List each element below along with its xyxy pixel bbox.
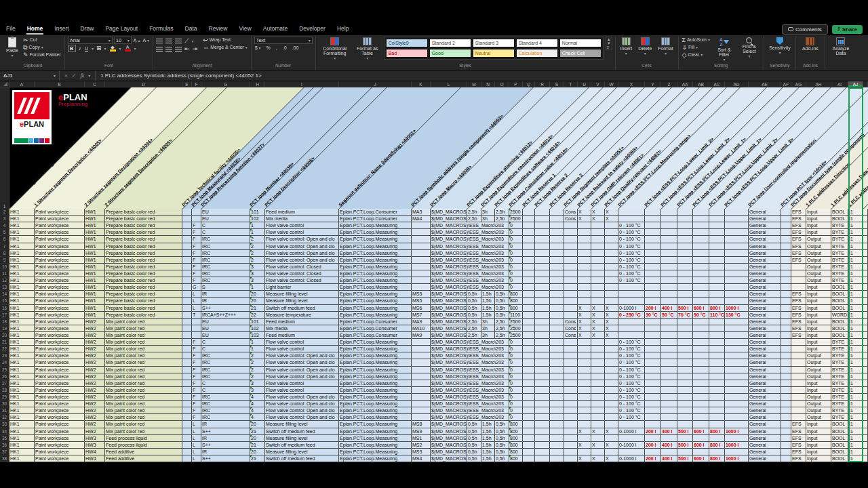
cell-Q12[interactable] — [523, 277, 535, 284]
cell-R28[interactable] — [535, 387, 550, 394]
cell-U27[interactable] — [578, 380, 591, 387]
cell-B12[interactable]: Paint workpiece — [35, 277, 85, 284]
cell-AD38[interactable]: 1000 l — [725, 455, 749, 462]
cell-AD3[interactable] — [725, 216, 749, 222]
cell-R19[interactable] — [535, 325, 550, 332]
cell-AD20[interactable] — [725, 332, 749, 339]
cell-AI31[interactable]: BYTE — [831, 407, 848, 414]
cell-AD23[interactable] — [725, 352, 749, 359]
cell-Y32[interactable] — [645, 414, 661, 421]
cell-S7[interactable] — [550, 243, 564, 250]
cell-AC38[interactable]: 800 l — [709, 455, 725, 462]
cell-T15[interactable] — [564, 298, 578, 304]
column-header-AC[interactable]: AC — [709, 81, 725, 87]
cell-Q37[interactable] — [523, 449, 535, 455]
cell-AH10[interactable]: Output — [806, 264, 831, 270]
cell-AF17[interactable] — [781, 312, 791, 319]
cell-AE26[interactable]: General — [749, 373, 781, 380]
cell-Z28[interactable] — [661, 387, 677, 394]
cell-R3[interactable] — [535, 216, 550, 222]
cell-L32[interactable]: $(MD_MACROS)\ESS_Macro\203 — [431, 414, 509, 421]
cell-AG31[interactable] — [791, 407, 806, 414]
cell-H31[interactable]: 4 — [250, 407, 265, 414]
cell-AB18[interactable] — [693, 319, 709, 325]
cell-R26[interactable] — [535, 373, 550, 380]
cell-F17[interactable]: T — [192, 312, 201, 319]
cell-F37[interactable]: L — [192, 449, 201, 455]
cell-K3[interactable]: MA4 — [412, 216, 431, 222]
cell-C24[interactable]: HW2 — [85, 359, 105, 366]
cell-I30[interactable]: Flow valve control: Open and clo — [265, 401, 339, 407]
cell-C28[interactable]: HW2 — [85, 387, 105, 394]
cell-P3[interactable]: 2500 — [509, 216, 523, 222]
cell-AE14[interactable]: General — [749, 291, 781, 298]
cell-AD18[interactable] — [725, 319, 749, 325]
cell-X21[interactable]: 0 - 100 °C — [618, 339, 645, 346]
cell-G30[interactable]: IRC — [201, 401, 250, 407]
cell-partial-23[interactable] — [863, 352, 868, 359]
cell-AG30[interactable] — [791, 401, 806, 407]
cell-E32[interactable] — [182, 414, 192, 421]
cell-AB31[interactable] — [693, 407, 709, 414]
cell-AD7[interactable] — [725, 243, 749, 250]
cell-W19[interactable]: X — [605, 325, 618, 332]
cell-F16[interactable]: L — [192, 305, 201, 312]
cell-A38[interactable]: HK1 — [9, 455, 35, 462]
cell-A27[interactable]: HK1 — [9, 380, 35, 387]
cell-A33[interactable]: HK1 — [9, 421, 35, 428]
cell-AC26[interactable] — [709, 373, 725, 380]
cell-X22[interactable]: 0 - 100 °C — [618, 346, 645, 352]
cell-Q7[interactable] — [523, 243, 535, 250]
row-number-33[interactable]: 33 — [0, 421, 9, 428]
cell-partial-29[interactable] — [863, 394, 868, 401]
cut-button[interactable]: ✂Cut — [22, 37, 62, 43]
cell-R35[interactable] — [535, 435, 550, 442]
cell-D6[interactable]: Prepare basic color red — [105, 236, 182, 243]
cell-R37[interactable] — [535, 449, 550, 455]
insert-cells-button[interactable]: Insert▾ — [618, 37, 635, 57]
cell-AA32[interactable] — [677, 414, 693, 421]
row-number-7[interactable]: 7 — [0, 243, 9, 250]
cell-AA37[interactable] — [677, 449, 693, 455]
cell-Z20[interactable] — [661, 332, 677, 339]
cell-N35[interactable]: 1,5h — [481, 435, 495, 442]
cell-J35[interactable]: Eplan.PCT.Loop.Measuring — [339, 435, 412, 442]
cell-style-standard-3[interactable]: Standard 3 — [473, 39, 515, 47]
cell-AH26[interactable]: Output — [806, 373, 831, 380]
cell-H13[interactable]: 1 — [250, 284, 265, 291]
cell-U9[interactable] — [578, 257, 591, 264]
cell-K20[interactable]: MA9 — [412, 332, 431, 339]
ribbon-tab-page-layout[interactable]: Page Layout — [104, 24, 138, 35]
cell-Z13[interactable] — [661, 284, 677, 291]
cell-F25[interactable]: F — [192, 367, 201, 373]
cell-AH22[interactable]: Input — [806, 346, 831, 352]
cell-E10[interactable] — [182, 264, 192, 270]
cell-AC13[interactable] — [709, 284, 725, 291]
cell-C2[interactable]: HW1 — [85, 209, 105, 216]
cell-partial-27[interactable] — [863, 380, 868, 387]
cell-W16[interactable]: X — [605, 305, 618, 312]
cell-L15[interactable]: $(MD_MACROS — [431, 298, 467, 304]
cell-Z4[interactable] — [661, 222, 677, 229]
cell-X4[interactable]: 0 - 100 °C — [618, 222, 645, 229]
cell-A19[interactable]: HK1 — [9, 325, 35, 332]
cell-E20[interactable] — [182, 332, 192, 339]
cell-H17[interactable]: 22 — [250, 312, 265, 319]
cell-E38[interactable] — [182, 455, 192, 462]
cell-G31[interactable]: IRC — [201, 407, 250, 414]
cell-AI37[interactable]: BOOL — [831, 449, 848, 455]
cell-S20[interactable] — [550, 332, 564, 339]
cell-D15[interactable]: Prepare basic color red — [105, 298, 182, 304]
cell-AI10[interactable]: BYTE — [831, 264, 848, 270]
cell-G10[interactable]: IRC — [201, 264, 250, 270]
percent-format-button[interactable]: % — [266, 45, 271, 52]
cell-AE20[interactable]: General — [749, 332, 781, 339]
cell-W33[interactable] — [605, 421, 618, 428]
cell-AE28[interactable]: General — [749, 387, 781, 394]
cell-K5[interactable] — [412, 229, 431, 236]
cell-T7[interactable] — [564, 243, 578, 250]
cell-AF25[interactable] — [781, 367, 791, 373]
cell-AD16[interactable]: 1000 l — [725, 305, 749, 312]
cell-C19[interactable]: HW2 — [85, 325, 105, 332]
cell-E34[interactable] — [182, 428, 192, 435]
